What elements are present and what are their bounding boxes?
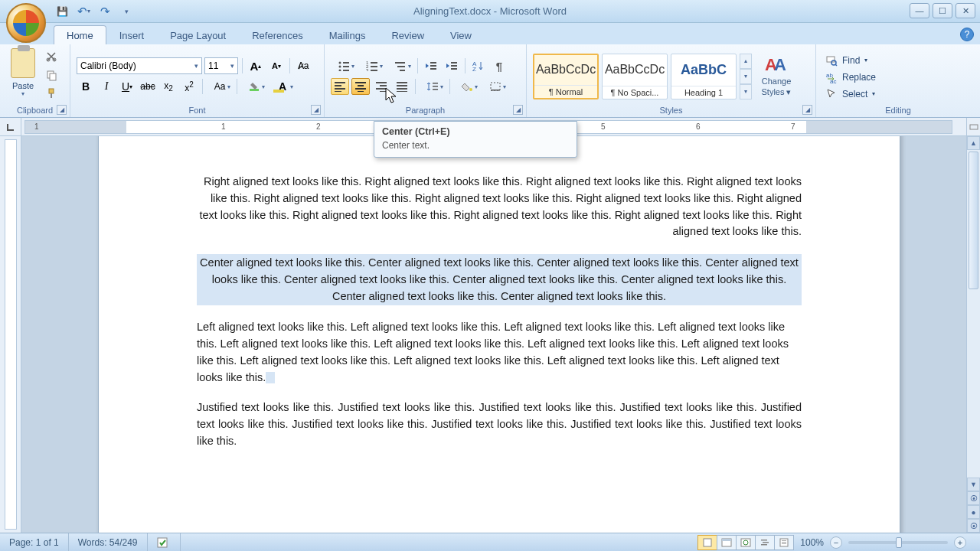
tab-references[interactable]: References xyxy=(239,25,315,44)
bucket-icon xyxy=(461,81,473,92)
style-normal[interactable]: AaBbCcDc ¶ Normal xyxy=(533,54,599,99)
italic-button[interactable]: I xyxy=(97,78,116,95)
justify-button[interactable] xyxy=(393,78,411,95)
font-size-combo[interactable]: 11▾ xyxy=(204,57,238,74)
tab-home[interactable]: Home xyxy=(54,25,106,44)
tab-review[interactable]: Review xyxy=(378,25,437,44)
zoom-out[interactable]: − xyxy=(830,536,842,549)
find-icon xyxy=(825,54,838,67)
zoom-level[interactable]: 100% xyxy=(794,537,830,548)
font-name-combo[interactable]: Calibri (Body)▾ xyxy=(77,57,202,74)
paragraph-right[interactable]: Right aligned text looks like this. Righ… xyxy=(197,174,802,240)
vertical-scrollbar[interactable]: ▲ ▼ ⦿ ● ⦿ xyxy=(966,136,980,533)
decrease-indent-button[interactable] xyxy=(422,57,440,74)
vertical-ruler[interactable] xyxy=(0,136,21,533)
bullets-button[interactable] xyxy=(331,57,357,74)
shading-button[interactable] xyxy=(454,78,480,95)
maximize-button[interactable]: ☐ xyxy=(933,3,952,18)
bold-button[interactable]: B xyxy=(77,78,95,95)
borders-button[interactable] xyxy=(482,78,508,95)
style-no-spacing[interactable]: AaBbCcDc ¶ No Spaci... xyxy=(602,54,668,99)
superscript-button[interactable]: x2 xyxy=(180,78,198,95)
window-title: AligningText.docx - Microsoft Word xyxy=(413,5,567,17)
copy-button[interactable] xyxy=(43,67,60,83)
multilevel-list-button[interactable] xyxy=(387,57,413,74)
view-outline[interactable] xyxy=(755,535,775,550)
paragraph-left[interactable]: Left aligned text looks like this. Left … xyxy=(197,319,802,386)
styles-scroll[interactable]: ▴▾▾ xyxy=(740,54,752,99)
group-label: Font xyxy=(77,105,318,116)
close-button[interactable]: ✕ xyxy=(956,3,975,18)
strikethrough-button[interactable]: abc xyxy=(139,78,157,95)
svg-rect-59 xyxy=(158,538,167,547)
next-page-button[interactable]: ⦿ xyxy=(967,519,980,533)
align-right-icon xyxy=(375,81,387,92)
status-words[interactable]: Words: 54/249 xyxy=(69,533,148,551)
align-center-button[interactable] xyxy=(351,78,370,95)
change-styles-button[interactable]: AA ChangeStyles ▾ xyxy=(755,52,798,101)
font-color-button[interactable]: A xyxy=(270,78,296,95)
paragraph-launcher[interactable]: ◢ xyxy=(513,105,523,115)
numbering-button[interactable]: 123 xyxy=(359,57,385,74)
status-proofing[interactable] xyxy=(148,533,181,551)
status-page[interactable]: Page: 1 of 1 xyxy=(0,533,69,551)
zoom-in[interactable]: + xyxy=(954,536,966,549)
scroll-down[interactable]: ▼ xyxy=(967,478,980,491)
cut-button[interactable] xyxy=(43,49,60,64)
save-button[interactable]: 💾 xyxy=(54,3,70,20)
align-left-button[interactable] xyxy=(331,78,349,95)
increase-indent-button[interactable] xyxy=(443,57,461,74)
underline-button[interactable]: U▾ xyxy=(118,78,136,95)
help-button[interactable]: ? xyxy=(960,28,974,41)
sort-button[interactable]: AZ xyxy=(469,57,488,74)
page-viewport[interactable]: Right aligned text looks like this. Righ… xyxy=(21,136,966,533)
styles-launcher[interactable]: ◢ xyxy=(802,105,812,115)
format-painter-button[interactable] xyxy=(43,86,60,101)
zoom-thumb[interactable] xyxy=(896,537,902,548)
view-full-screen[interactable] xyxy=(717,535,737,550)
paragraph-center-selected[interactable]: Center aligned text looks like this. Cen… xyxy=(197,254,802,305)
svg-rect-4 xyxy=(49,89,54,93)
scroll-up[interactable]: ▲ xyxy=(967,136,980,150)
subscript-button[interactable]: x2 xyxy=(159,78,178,95)
qat-customize[interactable]: ▾ xyxy=(118,3,135,20)
scroll-thumb[interactable] xyxy=(969,152,978,289)
proof-icon xyxy=(157,536,171,549)
minimize-button[interactable]: — xyxy=(910,3,929,18)
find-button[interactable]: Find ▾ xyxy=(822,53,879,68)
tab-view[interactable]: View xyxy=(437,25,485,44)
tab-mailings[interactable]: Mailings xyxy=(316,25,379,44)
paragraph-justified[interactable]: Justified text looks like this. Justifie… xyxy=(197,399,802,449)
svg-rect-24 xyxy=(430,65,436,67)
ruler-toggle[interactable] xyxy=(966,118,980,136)
show-marks-button[interactable]: ¶ xyxy=(490,57,508,74)
clear-formatting-button[interactable]: A̷a xyxy=(294,57,312,74)
paste-button[interactable]: Paste ▾ xyxy=(6,47,40,99)
clipboard-launcher[interactable]: ◢ xyxy=(57,105,67,115)
office-button[interactable] xyxy=(6,3,46,43)
line-spacing-button[interactable] xyxy=(420,78,446,95)
replace-button[interactable]: abacReplace xyxy=(822,70,879,85)
align-right-button[interactable] xyxy=(372,78,390,95)
browse-object-button[interactable]: ● xyxy=(967,505,980,519)
group-editing: Find ▾ abacReplace Select ▾ Editing xyxy=(816,44,980,117)
style-heading-1[interactable]: AaBbC Heading 1 xyxy=(671,54,737,99)
highlight-button[interactable] xyxy=(241,78,267,95)
change-case-button[interactable]: Aa xyxy=(207,78,233,95)
prev-page-button[interactable]: ⦿ xyxy=(967,491,980,505)
scissors-icon xyxy=(45,51,57,63)
view-draft[interactable] xyxy=(774,535,794,550)
view-web-layout[interactable] xyxy=(736,535,756,550)
redo-button[interactable]: ↷ xyxy=(96,3,113,20)
indent-icon xyxy=(446,60,458,71)
tab-selector[interactable] xyxy=(0,118,21,136)
tab-insert[interactable]: Insert xyxy=(106,25,158,44)
select-button[interactable]: Select ▾ xyxy=(822,86,879,102)
view-print-layout[interactable] xyxy=(697,535,717,550)
undo-button[interactable]: ↶▾ xyxy=(75,3,92,20)
font-launcher[interactable]: ◢ xyxy=(311,105,321,115)
tab-page-layout[interactable]: Page Layout xyxy=(157,25,239,44)
grow-font-button[interactable]: A▴ xyxy=(247,57,265,74)
shrink-font-button[interactable]: A▾ xyxy=(267,57,286,74)
zoom-slider[interactable] xyxy=(848,541,948,544)
